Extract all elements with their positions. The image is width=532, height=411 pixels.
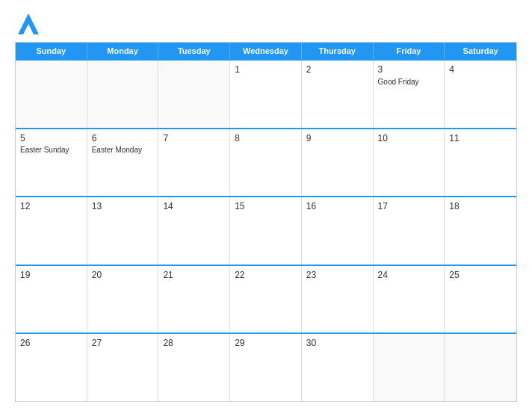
calendar-week-2: 5Easter Sunday6Easter Monday7891011 (16, 128, 516, 197)
calendar-cell (374, 334, 445, 401)
calendar-cell: 15 (230, 197, 302, 265)
calendar-cell: 22 (230, 266, 302, 333)
day-number: 21 (163, 270, 225, 282)
day-number: 30 (306, 338, 368, 350)
day-number: 24 (378, 270, 440, 282)
day-number: 27 (92, 338, 154, 350)
day-event: Easter Sunday (20, 146, 82, 155)
day-event: Easter Monday (92, 146, 154, 155)
calendar-cell: 20 (87, 266, 159, 333)
calendar-cell: 28 (158, 334, 230, 401)
day-of-week-saturday: Saturday (445, 43, 516, 59)
calendar-cell: 11 (445, 129, 516, 197)
day-number: 20 (92, 270, 154, 282)
calendar-week-1: 123Good Friday4 (16, 59, 516, 128)
day-number: 6 (92, 133, 154, 145)
day-number: 7 (163, 133, 225, 145)
calendar-cell: 1 (230, 61, 302, 128)
calendar-cell (445, 334, 516, 401)
calendar-header: SundayMondayTuesdayWednesdayThursdayFrid… (16, 43, 516, 59)
calendar-cell: 21 (158, 266, 230, 333)
day-number: 19 (20, 270, 82, 282)
day-number: 26 (20, 338, 82, 350)
calendar-cell (16, 61, 87, 128)
calendar-cell: 27 (87, 334, 159, 401)
day-number: 2 (306, 64, 368, 76)
calendar-cell: 23 (302, 266, 374, 333)
calendar-cell: 4 (445, 61, 516, 128)
day-number: 22 (235, 270, 297, 282)
day-number: 25 (449, 270, 512, 282)
day-number: 18 (449, 201, 512, 213)
calendar-cell: 30 (302, 334, 374, 401)
calendar-cell: 5Easter Sunday (16, 129, 87, 197)
day-number: 9 (306, 133, 368, 145)
day-number: 10 (378, 133, 440, 145)
calendar-cell: 6Easter Monday (87, 129, 159, 197)
calendar-cell: 2 (302, 61, 374, 128)
day-number: 3 (378, 64, 440, 76)
day-number: 5 (20, 133, 82, 145)
calendar-cell: 26 (16, 334, 87, 401)
calendar-cell: 19 (16, 266, 87, 333)
calendar-body: 123Good Friday45Easter Sunday6Easter Mon… (16, 59, 516, 401)
day-number: 16 (306, 201, 368, 213)
day-of-week-sunday: Sunday (16, 43, 87, 59)
page: SundayMondayTuesdayWednesdayThursdayFrid… (0, 0, 532, 411)
calendar-cell: 18 (445, 197, 516, 265)
day-of-week-wednesday: Wednesday (230, 43, 302, 59)
calendar-cell: 3Good Friday (374, 61, 445, 128)
day-of-week-tuesday: Tuesday (158, 43, 230, 59)
logo-icon (18, 13, 39, 34)
day-number: 4 (449, 64, 512, 76)
day-of-week-friday: Friday (374, 43, 445, 59)
day-event: Good Friday (378, 78, 440, 87)
calendar-cell: 9 (302, 129, 374, 197)
calendar-cell: 16 (302, 197, 374, 265)
calendar-cell: 24 (374, 266, 445, 333)
day-number: 17 (378, 201, 440, 213)
calendar-cell: 8 (230, 129, 302, 197)
calendar-cell: 25 (445, 266, 516, 333)
calendar: SundayMondayTuesdayWednesdayThursdayFrid… (15, 42, 517, 402)
day-number: 8 (235, 133, 297, 145)
day-number: 15 (235, 201, 297, 213)
calendar-cell: 12 (16, 197, 87, 265)
day-number: 12 (20, 201, 82, 213)
day-number: 14 (163, 201, 225, 213)
day-number: 28 (163, 338, 225, 350)
calendar-cell: 17 (374, 197, 445, 265)
calendar-cell (158, 61, 230, 128)
day-number: 29 (235, 338, 297, 350)
calendar-week-4: 19202122232425 (16, 265, 516, 333)
calendar-cell: 7 (158, 129, 230, 197)
calendar-cell: 13 (87, 197, 159, 265)
logo (15, 13, 39, 34)
day-number: 1 (235, 64, 297, 76)
calendar-week-3: 12131415161718 (16, 196, 516, 265)
calendar-cell (87, 61, 159, 128)
calendar-cell: 29 (230, 334, 302, 401)
header (15, 13, 517, 34)
day-of-week-thursday: Thursday (302, 43, 374, 59)
day-of-week-monday: Monday (87, 43, 159, 59)
calendar-cell: 14 (158, 197, 230, 265)
calendar-cell: 10 (374, 129, 445, 197)
day-number: 13 (92, 201, 154, 213)
calendar-week-5: 2627282930 (16, 333, 516, 401)
day-number: 11 (449, 133, 512, 145)
day-number: 23 (306, 270, 368, 282)
